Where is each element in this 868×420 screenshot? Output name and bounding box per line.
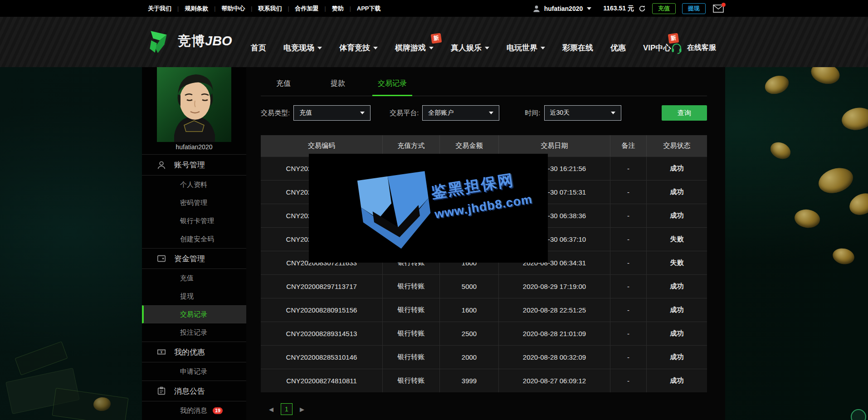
nav-item-sports[interactable]: 体育竞技 [331,43,386,53]
search-button[interactable]: 查询 [662,105,707,121]
avatar[interactable] [157,67,231,142]
table-row: CNY202008289314513 银行转账 2500 2020-08-28 … [261,322,707,345]
chevron-down-icon [485,47,489,49]
sidebar-item-bank-card[interactable]: 银行卡管理 [142,212,246,230]
cell-date: 2020-08-27 06:09:12 [499,369,610,392]
sidebar-section-label: 消息公告 [174,386,205,396]
nav-item-home[interactable]: 首页 [242,43,275,53]
cell-code: CNY202008289314513 [261,322,383,345]
deposit-button[interactable]: 充值 [652,3,676,14]
nav-item-slots[interactable]: 电玩世界 [498,43,554,53]
sidebar-item-withdraw[interactable]: 提现 [142,287,246,305]
cell-method: 银行转账 [383,369,440,392]
filter-type-select[interactable]: 充值 [293,105,371,121]
sidebar-item-bet-records[interactable]: 投注记录 [142,323,246,342]
pagination: ◀ 1 ▶ [261,403,725,415]
cell-method: 银行转账 [383,322,440,345]
sidebar-item-profile[interactable]: 个人资料 [142,176,246,194]
header-date: 交易日期 [499,135,610,156]
sidebar-item-apply-records[interactable]: 申请记录 [142,362,246,381]
header-note: 备注 [610,135,647,156]
cell-date: 2020-08-28 00:32:09 [499,346,610,369]
new-badge: 新 [431,33,442,44]
cell-method: 银行转账 [383,346,440,369]
sidebar-item-deposit[interactable]: 充值 [142,269,246,287]
nav-item-board-games[interactable]: 棋牌游戏新 [386,43,442,53]
cell-status: 成功 [647,346,707,369]
sidebar-username: hufatian2020 [142,143,246,154]
sidebar-item-my-messages[interactable]: 我的消息 19 [142,401,246,420]
top-link-help[interactable]: 帮助中心 [215,5,251,13]
sidebar-item-transactions[interactable]: 交易记录 [142,305,246,323]
sidebar-section-funds[interactable]: 资金管理 [142,248,246,269]
watermark-text: 鉴黑担保网 www.jhdb8.com [430,167,533,222]
logo-text: 竞博JBO [178,32,232,50]
sidebar-section-account[interactable]: 账号管理 [142,155,246,176]
avatar-image [157,67,231,142]
top-link-partner[interactable]: 合作加盟 [289,5,325,13]
tab-transactions[interactable]: 交易记录 [370,79,415,96]
username[interactable]: hufatian2020 [544,5,583,12]
sidebar-section-messages[interactable]: 消息公告 [142,381,246,401]
chevron-down-icon[interactable] [587,7,591,10]
top-link-about[interactable]: 关于我们 [142,5,177,13]
online-service[interactable]: 在线客服 [671,17,716,67]
cell-note: - [610,369,647,392]
cell-note: - [610,298,647,322]
tab-withdraw[interactable]: 提款 [315,79,361,96]
cell-amount: 5000 [440,275,499,298]
cell-status: 失败 [647,228,707,251]
cell-date: 2020-08-28 22:51:25 [499,298,610,322]
coin-graphic [815,164,856,197]
nav-item-esports-live[interactable]: 电竞现场 [275,43,331,53]
coin-graphic [846,189,868,219]
header-status: 交易状态 [647,135,707,156]
filter-platform-value: 全部账户 [428,109,454,117]
chevron-down-icon [317,47,322,49]
filter-platform-select[interactable]: 全部账户 [422,105,499,121]
nav-item-live-casino[interactable]: 真人娱乐 [442,43,498,53]
filter-time-select[interactable]: 近30天 [544,105,621,121]
top-link-contact[interactable]: 联系我们 [252,5,288,13]
watermark-logo [349,160,443,261]
message-count-badge: 19 [213,407,223,414]
logo[interactable]: 竞博JBO [144,29,232,54]
table-row: CNY202008297113717 银行转账 5000 2020-08-29 … [261,274,707,298]
top-link-sponsor[interactable]: 赞助 [326,5,350,13]
header-amount: 交易金额 [440,135,499,156]
header-method: 充值方式 [383,135,440,156]
sidebar: hufatian2020 账号管理 个人资料 密码管理 银行卡管理 创建安全码 [142,67,246,420]
sidebar-section-promos[interactable]: ¥ 我的优惠 [142,342,246,362]
tab-deposit[interactable]: 充值 [261,79,306,96]
headset-icon [671,42,683,54]
cell-method: 银行转账 [383,275,440,298]
mail-icon[interactable] [713,5,724,13]
coin-graphic [793,208,821,229]
cell-note: - [610,157,647,180]
sidebar-item-security-code[interactable]: 创建安全码 [142,230,246,248]
table-row: CNY202008280915156 银行转账 1600 2020-08-28 … [261,298,707,322]
wallet-icon [156,254,166,264]
cell-method: 银行转账 [383,298,440,322]
nav-item-lottery[interactable]: 彩票在线 [554,43,602,53]
top-link-rules[interactable]: 规则条款 [179,5,214,13]
filter-time-label: 时间: [525,109,540,117]
cell-note: - [610,275,647,298]
coin-graphic [831,246,856,266]
sidebar-item-password[interactable]: 密码管理 [142,194,246,212]
coin-graphic [840,105,868,132]
cell-amount: 2500 [440,322,499,345]
top-link-app-download[interactable]: APP下载 [351,5,387,13]
top-links: 关于我们| 规则条款| 帮助中心| 联系我们| 合作加盟| 赞助| APP下载 [142,5,386,13]
prev-page-arrow[interactable]: ◀ [266,406,276,413]
refresh-icon[interactable] [639,5,646,12]
next-page-arrow[interactable]: ▶ [297,406,307,413]
withdraw-button[interactable]: 提现 [682,3,706,14]
cell-code: CNY202008285310146 [261,346,383,369]
cell-amount: 2000 [440,346,499,369]
nav-item-promotions[interactable]: 优惠 [602,43,634,53]
cell-status: 成功 [647,181,707,204]
chevron-down-icon [611,112,615,114]
cell-code: CNY202008274810811 [261,369,383,392]
page-number[interactable]: 1 [281,403,293,415]
